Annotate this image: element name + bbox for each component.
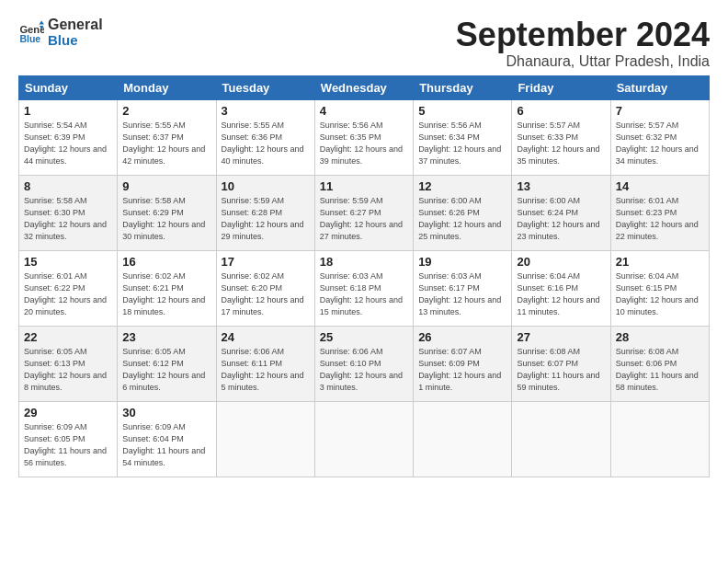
calendar-cell: 16Sunrise: 6:02 AMSunset: 6:21 PMDayligh…: [118, 250, 216, 326]
calendar-cell: [610, 401, 709, 477]
calendar-cell: 11Sunrise: 5:59 AMSunset: 6:27 PMDayligh…: [314, 175, 413, 250]
day-number: 6: [517, 104, 605, 118]
calendar-cell: 23Sunrise: 6:05 AMSunset: 6:12 PMDayligh…: [118, 326, 216, 401]
day-number: 21: [616, 255, 704, 269]
calendar-cell: 6Sunrise: 5:57 AMSunset: 6:33 PMDaylight…: [512, 99, 610, 175]
calendar-cell: 20Sunrise: 6:04 AMSunset: 6:16 PMDayligh…: [512, 250, 610, 326]
calendar-week-row: 22Sunrise: 6:05 AMSunset: 6:13 PMDayligh…: [19, 326, 710, 401]
day-number: 5: [418, 104, 506, 118]
logo-general: General: [48, 17, 103, 33]
calendar-cell: 26Sunrise: 6:07 AMSunset: 6:09 PMDayligh…: [414, 326, 512, 401]
calendar-week-row: 1Sunrise: 5:54 AMSunset: 6:39 PMDaylight…: [19, 99, 710, 175]
calendar-table: SundayMondayTuesdayWednesdayThursdayFrid…: [18, 75, 710, 477]
weekday-header-tuesday: Tuesday: [216, 75, 314, 99]
day-number: 26: [418, 330, 506, 344]
calendar-cell: 17Sunrise: 6:02 AMSunset: 6:20 PMDayligh…: [216, 250, 314, 326]
calendar-cell: 24Sunrise: 6:06 AMSunset: 6:11 PMDayligh…: [216, 326, 314, 401]
calendar-cell: 7Sunrise: 5:57 AMSunset: 6:32 PMDaylight…: [610, 99, 709, 175]
day-info: Sunrise: 5:58 AMSunset: 6:29 PMDaylight:…: [122, 195, 210, 243]
day-info: Sunrise: 6:00 AMSunset: 6:24 PMDaylight:…: [517, 195, 605, 243]
day-info: Sunrise: 5:56 AMSunset: 6:34 PMDaylight:…: [418, 120, 506, 167]
day-number: 13: [517, 179, 605, 193]
day-info: Sunrise: 6:05 AMSunset: 6:13 PMDaylight:…: [24, 346, 112, 394]
day-number: 3: [222, 104, 310, 118]
day-number: 24: [222, 330, 310, 344]
calendar-cell: 2Sunrise: 5:55 AMSunset: 6:37 PMDaylight…: [118, 99, 216, 175]
day-number: 7: [616, 104, 704, 118]
calendar-week-row: 8Sunrise: 5:58 AMSunset: 6:30 PMDaylight…: [19, 175, 710, 250]
day-info: Sunrise: 6:09 AMSunset: 6:04 PMDaylight:…: [122, 421, 210, 469]
calendar-week-row: 15Sunrise: 6:01 AMSunset: 6:22 PMDayligh…: [19, 250, 710, 326]
svg-marker-2: [39, 20, 44, 24]
calendar-cell: 27Sunrise: 6:08 AMSunset: 6:07 PMDayligh…: [512, 326, 610, 401]
day-number: 30: [122, 406, 210, 419]
calendar-cell: 21Sunrise: 6:04 AMSunset: 6:15 PMDayligh…: [610, 250, 709, 326]
weekday-header-saturday: Saturday: [610, 75, 709, 99]
calendar-cell: 14Sunrise: 6:01 AMSunset: 6:23 PMDayligh…: [610, 175, 709, 250]
calendar-cell: 4Sunrise: 5:56 AMSunset: 6:35 PMDaylight…: [314, 99, 413, 175]
calendar-cell: 13Sunrise: 6:00 AMSunset: 6:24 PMDayligh…: [512, 175, 610, 250]
calendar-cell: 22Sunrise: 6:05 AMSunset: 6:13 PMDayligh…: [19, 326, 118, 401]
calendar-cell: 10Sunrise: 5:59 AMSunset: 6:28 PMDayligh…: [216, 175, 314, 250]
day-info: Sunrise: 6:04 AMSunset: 6:16 PMDaylight:…: [517, 270, 605, 318]
day-info: Sunrise: 5:54 AMSunset: 6:39 PMDaylight:…: [24, 120, 112, 167]
svg-text:Blue: Blue: [19, 33, 40, 44]
day-info: Sunrise: 6:03 AMSunset: 6:17 PMDaylight:…: [418, 270, 506, 318]
day-number: 4: [320, 104, 408, 118]
day-number: 11: [320, 179, 408, 193]
day-info: Sunrise: 6:03 AMSunset: 6:18 PMDaylight:…: [320, 270, 408, 318]
day-info: Sunrise: 5:59 AMSunset: 6:27 PMDaylight:…: [320, 195, 408, 243]
calendar-cell: 18Sunrise: 6:03 AMSunset: 6:18 PMDayligh…: [314, 250, 413, 326]
month-year-title: September 2024: [456, 17, 710, 53]
location-subtitle: Dhanaura, Uttar Pradesh, India: [456, 53, 710, 70]
calendar-cell: 9Sunrise: 5:58 AMSunset: 6:29 PMDaylight…: [118, 175, 216, 250]
day-number: 18: [320, 255, 408, 269]
calendar-cell: 29Sunrise: 6:09 AMSunset: 6:05 PMDayligh…: [19, 401, 118, 477]
header: General Blue General Blue September 2024…: [18, 17, 710, 70]
day-number: 9: [122, 179, 210, 193]
calendar-cell: 25Sunrise: 6:06 AMSunset: 6:10 PMDayligh…: [314, 326, 413, 401]
day-number: 14: [616, 179, 704, 193]
day-info: Sunrise: 6:00 AMSunset: 6:26 PMDaylight:…: [418, 195, 506, 243]
day-info: Sunrise: 5:57 AMSunset: 6:33 PMDaylight:…: [517, 120, 605, 167]
calendar-cell: 1Sunrise: 5:54 AMSunset: 6:39 PMDaylight…: [19, 99, 118, 175]
calendar-cell: [314, 401, 413, 477]
day-number: 8: [24, 179, 112, 193]
calendar-cell: [216, 401, 314, 477]
day-info: Sunrise: 5:56 AMSunset: 6:35 PMDaylight:…: [320, 120, 408, 167]
calendar-cell: 8Sunrise: 5:58 AMSunset: 6:30 PMDaylight…: [19, 175, 118, 250]
day-info: Sunrise: 6:02 AMSunset: 6:20 PMDaylight:…: [222, 270, 310, 318]
weekday-header-row: SundayMondayTuesdayWednesdayThursdayFrid…: [19, 75, 710, 99]
day-info: Sunrise: 6:06 AMSunset: 6:11 PMDaylight:…: [222, 346, 310, 394]
day-number: 19: [418, 255, 506, 269]
day-info: Sunrise: 6:08 AMSunset: 6:07 PMDaylight:…: [517, 346, 605, 394]
day-number: 28: [616, 330, 704, 344]
weekday-header-friday: Friday: [512, 75, 610, 99]
day-info: Sunrise: 5:57 AMSunset: 6:32 PMDaylight:…: [616, 120, 704, 167]
calendar-cell: 5Sunrise: 5:56 AMSunset: 6:34 PMDaylight…: [414, 99, 512, 175]
day-number: 23: [122, 330, 210, 344]
day-info: Sunrise: 5:55 AMSunset: 6:36 PMDaylight:…: [222, 120, 310, 167]
day-number: 15: [24, 255, 112, 269]
day-info: Sunrise: 6:05 AMSunset: 6:12 PMDaylight:…: [122, 346, 210, 394]
day-info: Sunrise: 5:58 AMSunset: 6:30 PMDaylight:…: [24, 195, 112, 243]
day-info: Sunrise: 6:07 AMSunset: 6:09 PMDaylight:…: [418, 346, 506, 394]
day-number: 12: [418, 179, 506, 193]
calendar-cell: 30Sunrise: 6:09 AMSunset: 6:04 PMDayligh…: [118, 401, 216, 477]
day-info: Sunrise: 6:01 AMSunset: 6:22 PMDaylight:…: [24, 270, 112, 318]
title-block: September 2024 Dhanaura, Uttar Pradesh, …: [456, 17, 710, 70]
weekday-header-monday: Monday: [118, 75, 216, 99]
day-info: Sunrise: 6:04 AMSunset: 6:15 PMDaylight:…: [616, 270, 704, 318]
day-info: Sunrise: 5:59 AMSunset: 6:28 PMDaylight:…: [222, 195, 310, 243]
logo-blue: Blue: [48, 33, 103, 49]
calendar-week-row: 29Sunrise: 6:09 AMSunset: 6:05 PMDayligh…: [19, 401, 710, 477]
day-number: 10: [222, 179, 310, 193]
calendar-cell: [414, 401, 512, 477]
calendar-cell: 3Sunrise: 5:55 AMSunset: 6:36 PMDaylight…: [216, 99, 314, 175]
calendar-cell: [512, 401, 610, 477]
day-info: Sunrise: 5:55 AMSunset: 6:37 PMDaylight:…: [122, 120, 210, 167]
day-number: 22: [24, 330, 112, 344]
day-number: 17: [222, 255, 310, 269]
day-number: 25: [320, 330, 408, 344]
day-number: 16: [122, 255, 210, 269]
